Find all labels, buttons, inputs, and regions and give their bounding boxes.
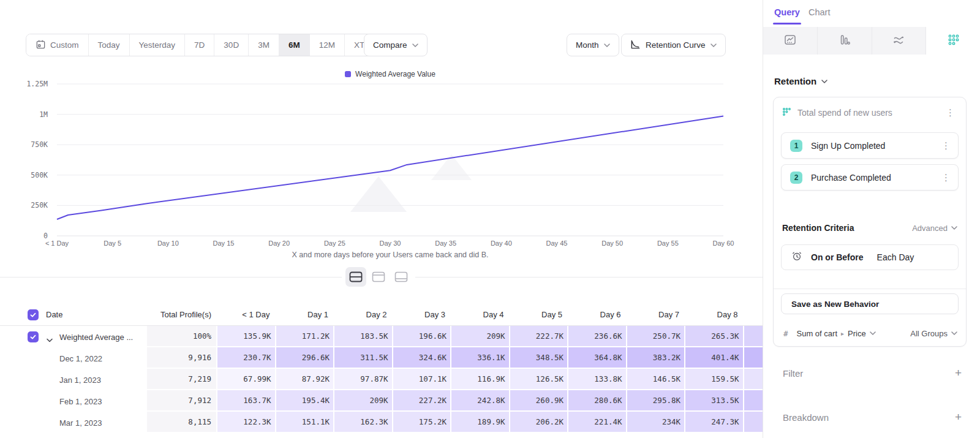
header-day-5: Day 5: [510, 304, 569, 325]
x-axis-tick: Day 35: [418, 240, 473, 247]
retention-cell: 67.99K: [217, 369, 276, 390]
range-button-today[interactable]: Today: [88, 34, 129, 56]
section-dropdown-retention[interactable]: Retention: [774, 76, 827, 86]
range-label: 30D: [224, 40, 239, 50]
tab-chart[interactable]: Chart: [809, 7, 830, 17]
numeric-property-icon: #: [783, 329, 788, 338]
measure-property-dropdown[interactable]: Sum of cart ▸ Price: [797, 329, 876, 338]
legend-swatch: [345, 71, 351, 77]
header-day-4: Day 4: [451, 304, 510, 325]
timing-window-dropdown[interactable]: Each Day: [877, 252, 914, 262]
compare-button[interactable]: Compare: [364, 34, 428, 56]
chart-type-dropdown[interactable]: Retention Curve: [621, 34, 726, 56]
x-axis-tick: Day 20: [252, 240, 307, 247]
retention-cell-overflow: [744, 369, 766, 390]
step-number-badge: 2: [790, 172, 802, 184]
range-label: 7D: [194, 40, 205, 50]
criteria-mode-dropdown[interactable]: Advanced: [912, 224, 957, 233]
flows-report-button[interactable]: [872, 27, 927, 55]
granularity-label: Month: [576, 40, 599, 50]
granularity-dropdown[interactable]: Month: [567, 34, 619, 56]
range-label: 12M: [319, 40, 335, 50]
filter-label: Filter: [783, 368, 803, 379]
total-profiles-cell: 100%: [147, 326, 217, 347]
insights-icon: [784, 34, 796, 48]
chevron-down-icon: [870, 331, 876, 335]
step-event-label: Purchase Completed: [811, 173, 891, 183]
table-row[interactable]: Mar 1, 20238,115122.3K151.1K162.3K175.2K…: [0, 412, 765, 433]
behavior-step-2[interactable]: 2Purchase Completed⋮: [781, 164, 959, 191]
header-day-1: Day 1: [276, 304, 335, 325]
retention-cell: 133.8K: [568, 369, 627, 390]
save-behavior-button[interactable]: Save as New Behavior: [781, 293, 959, 314]
query-sidebar: Query Chart Retention Total spend: [763, 0, 980, 438]
layout-toggle-group: [342, 266, 415, 288]
range-button-7d[interactable]: 7D: [184, 34, 214, 56]
row-label-cell: Jan 1, 2023: [0, 369, 147, 390]
layout-split-button[interactable]: [345, 267, 366, 287]
flows-icon: [892, 34, 905, 48]
funnels-report-button[interactable]: [818, 27, 872, 55]
retention-cell: 247.3K: [685, 412, 744, 433]
retention-cell: 209K: [451, 326, 510, 347]
chart-legend[interactable]: Weighted Average Value: [57, 70, 723, 78]
retention-cell: 230.7K: [217, 347, 276, 369]
retention-icon: [948, 34, 960, 48]
table-row[interactable]: Weighted Average ...100%135.9K171.2K183.…: [0, 326, 765, 347]
retention-cell: 296.6K: [276, 347, 335, 369]
retention-cell: 87.92K: [276, 369, 335, 390]
step-menu-button[interactable]: ⋮: [939, 172, 953, 183]
add-breakdown-button[interactable]: +: [955, 410, 962, 424]
range-button-30d[interactable]: 30D: [214, 34, 248, 56]
retention-cell: 175.2K: [393, 412, 452, 433]
timing-operator-dropdown[interactable]: On or Before: [811, 252, 864, 262]
breakdown-label: Breakdown: [783, 412, 829, 423]
breadcrumb-arrow-icon: ▸: [841, 330, 844, 337]
retention-cell: 171.2K: [276, 326, 335, 347]
table-row[interactable]: Dec 1, 20229,916230.7K296.6K311.5K324.6K…: [0, 347, 765, 369]
range-button-3m[interactable]: 3M: [248, 34, 279, 56]
select-all-checkbox[interactable]: [28, 309, 39, 320]
alarm-clock-icon: [791, 251, 802, 264]
layout-top-button[interactable]: [368, 267, 389, 287]
retention-cell: 234K: [627, 412, 686, 433]
retention-cell: 401.4K: [685, 347, 744, 369]
retention-cell: 221.4K: [568, 412, 627, 433]
range-label: 6M: [288, 40, 300, 50]
retention-cell-overflow: [744, 390, 766, 412]
retention-cell: 183.5K: [334, 326, 393, 347]
x-axis-tick: Day 45: [529, 240, 584, 247]
step-event-label: Sign Up Completed: [811, 141, 885, 151]
table-row[interactable]: Feb 1, 20237,912163.7K195.4K209K227.2K24…: [0, 390, 765, 412]
x-axis-tick: Day 60: [696, 240, 751, 247]
retention-cell: 242.8K: [451, 390, 510, 412]
date-range-picker: CustomTodayYesterday7D30D3M6M12MXTD: [26, 34, 391, 56]
group-scope-dropdown[interactable]: All Groups: [910, 329, 957, 338]
tab-query[interactable]: Query: [774, 7, 800, 17]
total-profiles-cell: 8,115: [147, 412, 217, 433]
legend-label: Weighted Average Value: [355, 70, 435, 78]
insights-report-button[interactable]: [763, 27, 818, 55]
row-checkbox[interactable]: [28, 331, 39, 342]
expand-chevron-icon[interactable]: [47, 334, 53, 345]
range-button-12m[interactable]: 12M: [309, 34, 344, 56]
step-menu-button[interactable]: ⋮: [939, 140, 953, 151]
range-button-6m[interactable]: 6M: [279, 34, 309, 56]
behavior-menu-button[interactable]: ⋮: [943, 107, 957, 118]
behavior-title: Total spend of new users: [797, 108, 892, 118]
layout-bottom-button[interactable]: [391, 267, 412, 287]
add-filter-button[interactable]: +: [955, 366, 962, 380]
retention-cell: 146.5K: [627, 369, 686, 390]
x-axis-tick: Day 5: [85, 240, 140, 247]
chevron-down-icon: [951, 331, 957, 335]
range-button-custom[interactable]: Custom: [26, 34, 88, 56]
table-row[interactable]: Jan 1, 20237,21967.99K87.92K97.87K107.1K…: [0, 369, 765, 390]
retention-cell: 250.7K: [627, 326, 686, 347]
watermark-triangle: [350, 176, 407, 212]
row-label: Jan 1, 2023: [59, 375, 101, 384]
retention-cell: 227.2K: [393, 390, 452, 412]
retention-cell: 364.8K: [568, 347, 627, 369]
range-button-yesterday[interactable]: Yesterday: [129, 34, 185, 56]
retention-report-button[interactable]: [926, 27, 980, 55]
behavior-step-1[interactable]: 1Sign Up Completed⋮: [781, 132, 959, 159]
